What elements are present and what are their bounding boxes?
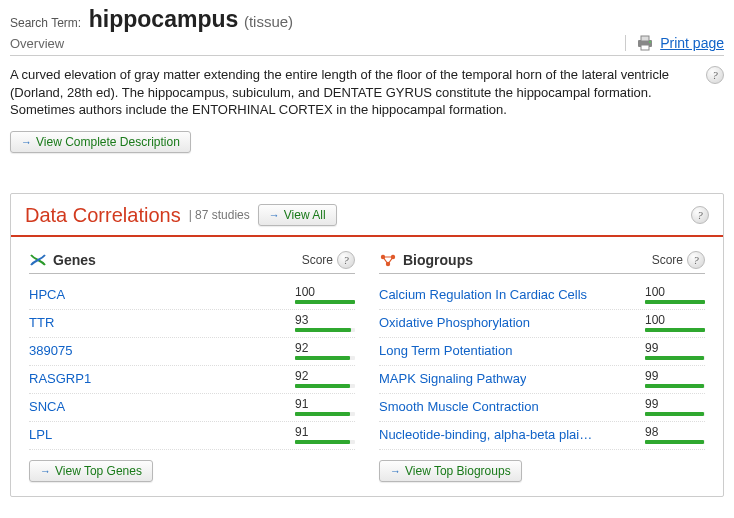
list-item: Nucleotide-binding, alpha-beta plai…98	[379, 422, 705, 450]
list-item: MAPK Signaling Pathway99	[379, 366, 705, 394]
svg-point-3	[649, 41, 651, 43]
score-cell: 92	[295, 342, 355, 360]
score-value: 99	[645, 342, 658, 354]
item-link[interactable]: LPL	[29, 427, 52, 442]
biogroups-score-header: Score ?	[652, 251, 705, 269]
score-cell: 93	[295, 314, 355, 332]
score-bar-fill	[295, 412, 350, 416]
list-item: LPL91	[29, 422, 355, 450]
score-cell: 92	[295, 370, 355, 388]
score-bar	[295, 440, 355, 444]
score-value: 100	[645, 314, 665, 326]
arrow-right-icon: →	[40, 465, 51, 477]
item-link[interactable]: SNCA	[29, 399, 65, 414]
score-value: 91	[295, 398, 308, 410]
score-value: 92	[295, 342, 308, 354]
score-cell: 91	[295, 426, 355, 444]
score-bar	[295, 412, 355, 416]
help-icon[interactable]: ?	[691, 206, 709, 224]
biogroups-list: Calcium Regulation In Cardiac Cells100Ox…	[379, 282, 705, 450]
score-cell: 99	[645, 342, 705, 360]
list-item: 38907592	[29, 338, 355, 366]
biogroups-column: Biogroups Score ? Calcium Regulation In …	[367, 237, 717, 482]
item-link[interactable]: HPCA	[29, 287, 65, 302]
description-text: A curved elevation of gray matter extend…	[10, 66, 696, 119]
item-link[interactable]: Long Term Potentiation	[379, 343, 512, 358]
subheader-row: Overview Print page	[10, 35, 724, 56]
score-value: 92	[295, 370, 308, 382]
arrow-right-icon: →	[21, 136, 32, 148]
score-bar-fill	[645, 412, 704, 416]
biogroups-title-text: Biogroups	[403, 252, 473, 268]
score-bar	[645, 440, 705, 444]
score-bar	[295, 356, 355, 360]
search-term-row: Search Term: hippocampus (tissue)	[10, 6, 724, 33]
genes-header: Genes Score ?	[29, 251, 355, 274]
item-link[interactable]: RASGRP1	[29, 371, 91, 386]
list-item: Smooth Muscle Contraction99	[379, 394, 705, 422]
search-term-label: Search Term:	[10, 16, 81, 30]
overview-label: Overview	[10, 36, 64, 51]
score-bar	[295, 328, 355, 332]
score-bar	[645, 412, 705, 416]
panel-studies-count: | 87 studies	[189, 208, 250, 222]
score-cell: 100	[645, 286, 705, 304]
score-value: 91	[295, 426, 308, 438]
item-link[interactable]: TTR	[29, 315, 54, 330]
item-link[interactable]: Calcium Regulation In Cardiac Cells	[379, 287, 587, 302]
score-bar-fill	[645, 440, 704, 444]
data-correlations-panel: Data Correlations | 87 studies → View Al…	[10, 193, 724, 497]
item-link[interactable]: Smooth Muscle Contraction	[379, 399, 539, 414]
view-top-genes-button[interactable]: → View Top Genes	[29, 460, 153, 482]
list-item: Oxidative Phosphorylation100	[379, 310, 705, 338]
score-bar-fill	[295, 328, 351, 332]
score-cell: 99	[645, 398, 705, 416]
view-complete-description-button[interactable]: → View Complete Description	[10, 131, 191, 153]
help-icon[interactable]: ?	[706, 66, 724, 84]
score-bar	[295, 300, 355, 304]
genes-list: HPCA100TTR9338907592RASGRP192SNCA91LPL91	[29, 282, 355, 450]
help-icon[interactable]: ?	[687, 251, 705, 269]
score-value: 99	[645, 398, 658, 410]
item-link[interactable]: MAPK Signaling Pathway	[379, 371, 526, 386]
description-block: A curved elevation of gray matter extend…	[10, 66, 724, 119]
panel-header: Data Correlations | 87 studies → View Al…	[11, 194, 723, 237]
score-bar-fill	[295, 384, 350, 388]
list-item: Calcium Regulation In Cardiac Cells100	[379, 282, 705, 310]
svg-rect-1	[641, 36, 649, 41]
item-link[interactable]: Nucleotide-binding, alpha-beta plai…	[379, 427, 592, 442]
score-cell: 91	[295, 398, 355, 416]
view-complete-description-label: View Complete Description	[36, 135, 180, 149]
score-value: 100	[645, 286, 665, 298]
genes-title-text: Genes	[53, 252, 96, 268]
list-item: TTR93	[29, 310, 355, 338]
genes-title: Genes	[29, 252, 96, 268]
dna-icon	[29, 253, 47, 267]
score-label-text: Score	[302, 253, 333, 267]
arrow-right-icon: →	[269, 209, 280, 221]
printer-icon[interactable]	[636, 35, 654, 51]
help-icon[interactable]: ?	[337, 251, 355, 269]
print-page-link[interactable]: Print page	[660, 35, 724, 51]
network-icon	[379, 253, 397, 267]
view-top-biogroups-button[interactable]: → View Top Biogroups	[379, 460, 522, 482]
score-cell: 100	[295, 286, 355, 304]
search-term-value: hippocampus	[89, 6, 239, 32]
score-cell: 98	[645, 426, 705, 444]
search-term-type: (tissue)	[244, 13, 293, 30]
score-bar-fill	[295, 440, 350, 444]
biogroups-title: Biogroups	[379, 252, 473, 268]
score-bar	[645, 356, 705, 360]
score-bar-fill	[645, 300, 705, 304]
arrow-right-icon: →	[390, 465, 401, 477]
score-bar	[645, 300, 705, 304]
print-area: Print page	[625, 35, 724, 51]
list-item: SNCA91	[29, 394, 355, 422]
view-all-button[interactable]: → View All	[258, 204, 337, 226]
list-item: HPCA100	[29, 282, 355, 310]
item-link[interactable]: Oxidative Phosphorylation	[379, 315, 530, 330]
score-bar	[295, 384, 355, 388]
score-cell: 99	[645, 370, 705, 388]
score-value: 100	[295, 286, 315, 298]
item-link[interactable]: 389075	[29, 343, 72, 358]
